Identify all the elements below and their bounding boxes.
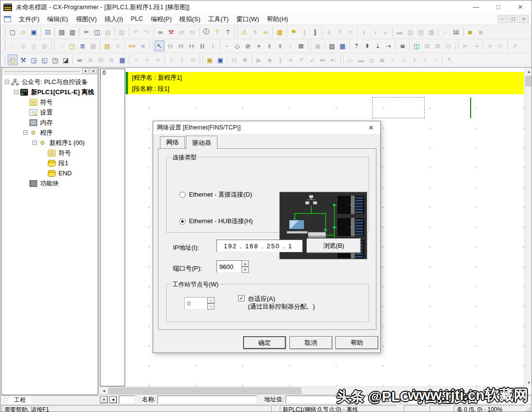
- menu-edit[interactable]: 编辑(E): [43, 14, 72, 25]
- new-file-button[interactable]: ▢: [8, 27, 17, 37]
- tree-item-end[interactable]: END: [2, 168, 98, 178]
- mdi-restore-button[interactable]: ⊡: [508, 15, 518, 23]
- expander-icon[interactable]: −: [14, 90, 18, 94]
- menu-tools[interactable]: 工具(T): [204, 14, 233, 25]
- toolbar-grip[interactable]: [2, 27, 5, 37]
- toolbar-grip[interactable]: [2, 55, 5, 65]
- expander-icon[interactable]: −: [5, 80, 9, 84]
- close-button[interactable]: ✕: [509, 0, 532, 14]
- port-spinner[interactable]: 9600 ▲ ▼: [216, 260, 249, 273]
- menu-file[interactable]: 文件(F): [15, 14, 43, 25]
- work-online-simulator-button[interactable]: ▣: [205, 55, 215, 65]
- simulate-button[interactable]: ⚑: [289, 27, 299, 37]
- release-access-button[interactable]: ◙: [465, 27, 475, 37]
- scroll-up-icon[interactable]: ▲: [525, 68, 532, 75]
- copy-button[interactable]: ◫: [92, 27, 102, 37]
- expander-icon[interactable]: −: [23, 130, 28, 135]
- tree-item-symbols[interactable]: 符号: [2, 97, 98, 107]
- monitor-button[interactable]: ∞: [261, 27, 271, 37]
- auto-adapt-option[interactable]: ✓ 自适应(A) (通过目标控制器分配。): [238, 295, 315, 311]
- panel-grip[interactable]: [5, 71, 79, 72]
- tree-item-memory[interactable]: 内存: [2, 117, 98, 128]
- horizontal-line-button[interactable]: ─: [222, 41, 231, 51]
- help-topics-button[interactable]: ?: [212, 27, 222, 37]
- panel-close-button[interactable]: ✕: [90, 68, 97, 74]
- properties-button[interactable]: ◪: [61, 55, 71, 65]
- menu-insert[interactable]: 插入(I): [101, 14, 127, 25]
- online-edit-save-button[interactable]: ⇣: [373, 41, 383, 51]
- port-field[interactable]: 9600: [216, 260, 242, 273]
- binary-monitor-button[interactable]: ▦: [117, 55, 127, 65]
- work-online-button[interactable]: ⚠: [240, 27, 249, 37]
- watch-blank-field[interactable]: [119, 396, 135, 404]
- new-contact-button[interactable]: ┤├: [165, 41, 175, 51]
- watch-prev-button[interactable]: ◄: [109, 396, 117, 403]
- cut-button[interactable]: ✂: [82, 27, 91, 37]
- rung-annotations-button[interactable]: ≣: [78, 41, 87, 51]
- menu-simulation[interactable]: 模拟(S): [175, 14, 204, 25]
- menu-window[interactable]: 窗口(W): [232, 14, 263, 25]
- new-closed-coil-button[interactable]: ⊘: [243, 41, 253, 51]
- expander-icon[interactable]: −: [32, 141, 37, 145]
- context-help-button[interactable]: ?: [223, 27, 232, 37]
- panel-header[interactable]: ▾ ✕: [2, 68, 98, 75]
- new-closed-contact-button[interactable]: ┤/├: [176, 41, 186, 51]
- rung-number-margin[interactable]: 0: [100, 69, 125, 386]
- print-preview-button[interactable]: ⊡: [43, 27, 53, 37]
- connect-corner-button[interactable]: ∟: [286, 41, 295, 51]
- online-edit-send-button[interactable]: ⇡: [352, 41, 361, 51]
- select-tool-button[interactable]: ↖: [155, 41, 164, 51]
- tree-item-newprogram1[interactable]: −⚙新程序1 (00): [2, 138, 98, 148]
- tab-network[interactable]: 网络: [160, 136, 185, 149]
- port-down-icon[interactable]: ▼: [242, 267, 249, 273]
- vertical-scroll-thumb[interactable]: [525, 76, 532, 86]
- radio-ethernet-hub[interactable]: Ethernet - HUB连接(H): [179, 217, 253, 226]
- output-window-button[interactable]: ⚒: [18, 55, 28, 65]
- address-reference-button[interactable]: ▤: [102, 41, 112, 51]
- new-coil-button[interactable]: ◇: [232, 41, 242, 51]
- symbol-tree-button[interactable]: ≋: [398, 41, 407, 51]
- new-or-closed-contact-button[interactable]: ╢╟: [197, 41, 207, 51]
- maximize-button[interactable]: □: [487, 0, 509, 14]
- change-model-button[interactable]: ⚒: [166, 27, 176, 37]
- page-preview-button[interactable]: ▥: [68, 27, 77, 37]
- online-edit-transfer-button[interactable]: ⇢: [384, 41, 393, 51]
- new-instruction-button[interactable]: ╬: [275, 41, 285, 51]
- show-comments-button[interactable]: ◳: [67, 41, 77, 51]
- local-symbols-button[interactable]: ◳: [50, 55, 60, 65]
- find-symbol-button[interactable]: ∞: [75, 55, 85, 65]
- tab-driver[interactable]: 驱动器: [186, 136, 217, 149]
- tree-item-program-symbols[interactable]: 符号: [2, 148, 98, 158]
- tree-item-programs[interactable]: −⚙程序: [2, 128, 98, 138]
- new-or-contact-button[interactable]: ╡╞: [187, 41, 196, 51]
- help-button[interactable]: 帮助: [335, 336, 378, 349]
- simulator-online-button[interactable]: ▦: [275, 27, 285, 37]
- about-button[interactable]: ⓘ: [201, 27, 211, 37]
- sma-table-button[interactable]: SMA: [127, 41, 137, 51]
- dialog-close-icon[interactable]: ✕: [366, 123, 376, 132]
- vertical-line-button[interactable]: │: [208, 41, 217, 51]
- browse-button[interactable]: 浏览(B): [306, 238, 361, 253]
- online-edit-grid-button[interactable]: ▦: [338, 41, 347, 51]
- mdi-close-button[interactable]: ✕: [519, 15, 529, 23]
- radio-direct-icon[interactable]: [179, 192, 186, 198]
- cancel-button[interactable]: 取消: [289, 336, 332, 349]
- radio-hub-icon[interactable]: [179, 218, 186, 225]
- open-file-button[interactable]: ▱: [18, 27, 28, 37]
- ok-button[interactable]: 确定: [243, 336, 286, 349]
- online-edit-cancel-button[interactable]: ⇞: [362, 41, 372, 51]
- auto-adapt-checkbox[interactable]: ✓: [238, 295, 244, 301]
- watch-close-button[interactable]: ✕: [100, 396, 108, 403]
- tree-item-plc1[interactable]: −新PLC1[CP1L-E] 离线: [2, 87, 98, 97]
- minimize-button[interactable]: —: [465, 0, 487, 14]
- menu-program[interactable]: 编程(P): [147, 14, 175, 25]
- save-button[interactable]: ▣: [29, 27, 39, 37]
- watch-window-2-button[interactable]: ◫: [412, 41, 421, 51]
- ci-window-button[interactable]: CI: [138, 41, 147, 51]
- tree-item-funcblocks[interactable]: 功能块: [2, 178, 98, 188]
- vertical-scrollbar[interactable]: ▲ ▼: [524, 68, 532, 386]
- watch-window-button[interactable]: ◲: [29, 55, 39, 65]
- menu-view[interactable]: 视图(V): [72, 14, 101, 25]
- print-button[interactable]: ▤: [57, 27, 67, 37]
- radio-ethernet-direct[interactable]: Ethernet - 直接连接(D): [179, 190, 252, 199]
